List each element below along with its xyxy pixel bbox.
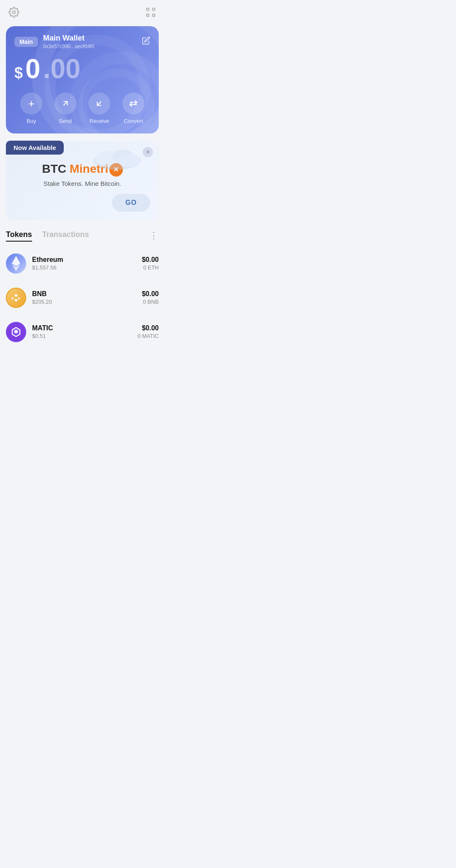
svg-point-15 [117, 155, 141, 166]
svg-rect-2 [152, 8, 155, 10]
convert-icon [122, 93, 144, 114]
matic-usd: $0.00 [138, 324, 159, 332]
bnb-usd: $0.00 [142, 290, 159, 298]
token-list: Ethereum $1,557.56 $0.00 0 ETH BNB $205.… [6, 247, 159, 349]
eth-name: Ethereum [32, 256, 142, 264]
svg-marker-19 [14, 298, 18, 302]
convert-label: Convert [124, 118, 143, 124]
balance-main: 0 [25, 55, 41, 82]
bnb-name: BNB [32, 290, 142, 298]
eth-usd: $0.00 [142, 256, 159, 264]
buy-label: Buy [27, 118, 36, 124]
eth-token-icon [6, 253, 26, 274]
receive-action[interactable]: Receive [88, 93, 110, 124]
bnb-token-info: BNB $205.20 [32, 290, 142, 305]
send-label: Send [59, 118, 72, 124]
matic-token-info: MATIC $0.51 [32, 324, 138, 339]
svg-marker-18 [14, 294, 18, 297]
eth-price: $1,557.56 [32, 264, 142, 271]
top-bar [0, 0, 165, 24]
matic-price: $0.51 [32, 333, 138, 339]
balance-decimal: .00 [43, 55, 81, 82]
tab-transactions[interactable]: Transactions [42, 230, 89, 242]
svg-line-9 [98, 101, 101, 105]
bnb-amount: 0 BNB [142, 299, 159, 305]
tabs-left: Tokens Transactions [6, 230, 89, 242]
matic-amount: 0 MATIC [138, 333, 159, 339]
receive-label: Receive [90, 118, 109, 124]
svg-rect-1 [147, 8, 149, 10]
promo-section: Now Available ✕ BTC Minetri✕ Stake Token… [6, 141, 159, 220]
svg-marker-23 [14, 329, 18, 334]
bnb-token-icon [6, 288, 26, 308]
send-icon [54, 93, 76, 114]
scan-icon[interactable] [145, 7, 156, 20]
buy-icon: + [20, 93, 42, 114]
svg-marker-20 [12, 297, 14, 300]
more-options-icon[interactable]: ⋮ [149, 230, 159, 241]
wallet-header: Main Main Wallet 0x3e57c990...aecf04f0 [14, 34, 150, 49]
matic-values: $0.00 0 MATIC [138, 324, 159, 339]
buy-action[interactable]: + Buy [20, 93, 42, 124]
promo-subtitle: Stake Tokens. Mine Bitcoin. [14, 180, 150, 187]
settings-icon[interactable] [8, 7, 19, 20]
wallet-tag: Main [14, 37, 38, 47]
svg-marker-16 [12, 256, 20, 266]
svg-point-0 [13, 11, 16, 14]
promo-btc-text: BTC [42, 162, 66, 175]
eth-values: $0.00 0 ETH [142, 256, 159, 271]
svg-line-8 [63, 101, 67, 105]
matic-name: MATIC [32, 324, 138, 332]
receive-icon [88, 93, 110, 114]
send-action[interactable]: Send [54, 93, 76, 124]
now-available-badge: Now Available [6, 141, 64, 155]
edit-wallet-icon[interactable] [142, 36, 150, 47]
wallet-actions: + Buy Send Receive [14, 93, 150, 124]
eth-token-info: Ethereum $1,557.56 [32, 256, 142, 271]
token-item-bnb[interactable]: BNB $205.20 $0.00 0 BNB [6, 281, 159, 315]
wallet-address: 0x3e57c990...aecf04f0 [43, 44, 94, 49]
promo-go-button[interactable]: GO [112, 194, 150, 212]
tab-tokens[interactable]: Tokens [6, 230, 32, 242]
wallet-card: Main Main Wallet 0x3e57c990...aecf04f0 $… [6, 26, 159, 133]
wallet-name: Main Wallet [43, 34, 94, 43]
wallet-balance: $ 0 .00 [14, 55, 150, 82]
promo-close-button[interactable]: ✕ [143, 147, 153, 157]
eth-amount: 0 ETH [142, 264, 159, 271]
bnb-price: $205.20 [32, 299, 142, 305]
svg-marker-21 [19, 297, 20, 300]
convert-action[interactable]: Convert [122, 93, 144, 124]
token-item-matic[interactable]: MATIC $0.51 $0.00 0 MATIC [6, 315, 159, 349]
balance-dollar-sign: $ [14, 64, 23, 82]
bnb-values: $0.00 0 BNB [142, 290, 159, 305]
token-item-eth[interactable]: Ethereum $1,557.56 $0.00 0 ETH [6, 247, 159, 281]
svg-rect-3 [147, 14, 149, 16]
tabs-section: Tokens Transactions ⋮ [6, 230, 159, 242]
matic-token-icon [6, 322, 26, 342]
